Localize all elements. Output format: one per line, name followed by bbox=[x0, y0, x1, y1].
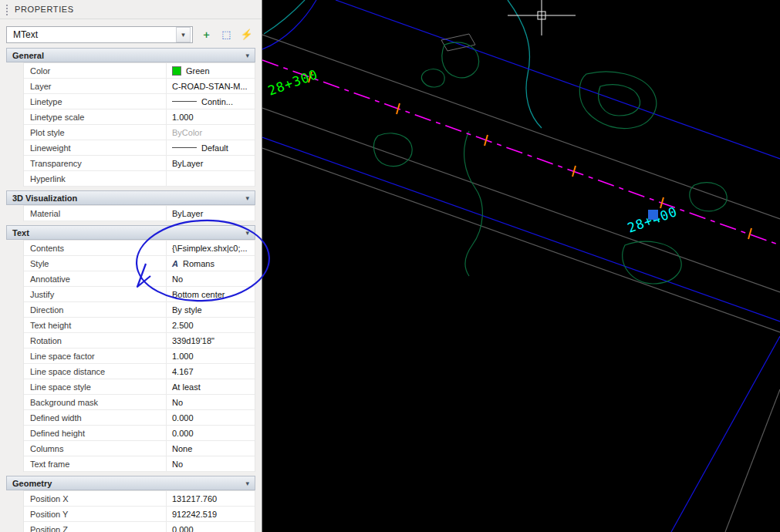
property-value-text: 0.000 bbox=[172, 413, 194, 423]
property-value[interactable]: 4.167 bbox=[167, 364, 255, 379]
property-label: Linetype bbox=[24, 94, 167, 109]
property-value[interactable]: ARomans bbox=[167, 256, 255, 271]
property-label: Defined height bbox=[24, 426, 167, 440]
property-label: Columns bbox=[24, 441, 167, 456]
property-value-text: ByLayer bbox=[172, 209, 203, 218]
property-label: Material bbox=[24, 206, 167, 221]
property-value[interactable]: C-ROAD-STAN-M... bbox=[167, 79, 255, 93]
section-title: General bbox=[12, 51, 44, 60]
property-label: Color bbox=[24, 63, 167, 78]
palette-drag-handle[interactable] bbox=[5, 3, 9, 15]
section-header-general[interactable]: General▾ bbox=[6, 48, 255, 62]
property-value[interactable]: 2.500 bbox=[167, 318, 255, 332]
property-value-text: Contin... bbox=[201, 97, 233, 106]
road-edge-line bbox=[262, 108, 780, 292]
property-label: Rotation bbox=[24, 333, 167, 348]
collapse-icon[interactable]: ▾ bbox=[245, 229, 249, 237]
property-value[interactable] bbox=[167, 171, 255, 186]
property-value[interactable]: 1.000 bbox=[167, 348, 255, 363]
property-row-lineweight: LineweightDefault bbox=[24, 140, 255, 156]
property-row-text-frame: Text frameNo bbox=[24, 456, 255, 472]
property-value-text: Green bbox=[186, 66, 210, 76]
property-value[interactable]: At least bbox=[167, 379, 255, 394]
section-body-3d-visualization: MaterialByLayer bbox=[23, 205, 255, 221]
collapse-icon[interactable]: ▾ bbox=[245, 52, 249, 59]
object-type-dropdown[interactable]: MText ▾ bbox=[6, 26, 193, 43]
property-value[interactable]: 1.000 bbox=[167, 109, 255, 124]
properties-palette: PROPERTIES MText ▾ ＋ ⬚ ⚡ General▾ColorGr… bbox=[0, 0, 262, 532]
property-value-text: C-ROAD-STAN-M... bbox=[172, 82, 248, 91]
property-value[interactable]: {\Fsimplex.shx|c0;... bbox=[167, 241, 255, 255]
collapse-icon[interactable]: ▾ bbox=[245, 194, 249, 202]
section-body-text: Contents{\Fsimplex.shx|c0;...StyleARoman… bbox=[23, 240, 255, 472]
property-row-color: ColorGreen bbox=[24, 63, 255, 79]
property-value[interactable]: 0.000 bbox=[167, 522, 255, 532]
property-label: Text frame bbox=[24, 456, 167, 471]
section-title: Text bbox=[12, 228, 29, 237]
property-row-material: MaterialByLayer bbox=[24, 206, 255, 221]
property-value[interactable]: No bbox=[167, 271, 255, 286]
property-value-text: By style bbox=[172, 305, 202, 315]
property-value[interactable]: 0.000 bbox=[167, 426, 255, 440]
collapse-icon[interactable]: ▾ bbox=[245, 480, 249, 487]
property-value[interactable]: Contin... bbox=[167, 94, 255, 109]
property-value-text: 0.000 bbox=[172, 525, 194, 532]
contour-teal-line bbox=[508, 0, 542, 128]
property-value[interactable]: Green bbox=[167, 63, 255, 78]
property-value[interactable]: None bbox=[167, 441, 255, 456]
contour-line bbox=[579, 72, 656, 129]
selection-grip[interactable] bbox=[648, 210, 658, 220]
property-label: Linetype scale bbox=[24, 109, 167, 124]
cad-viewport[interactable]: 28+300 28+400 bbox=[262, 0, 780, 532]
section-header-3d-visualization[interactable]: 3D Visualization▾ bbox=[6, 190, 255, 205]
property-label: Style bbox=[24, 256, 167, 271]
quick-select-icon[interactable]: ⚡ bbox=[238, 25, 255, 43]
road-edge-line bbox=[262, 148, 780, 332]
palette-titlebar: PROPERTIES bbox=[0, 0, 262, 19]
road-centerline bbox=[262, 60, 780, 245]
dropdown-arrow-icon[interactable]: ▾ bbox=[176, 27, 191, 42]
property-label: Annotative bbox=[24, 271, 167, 286]
section-general: General▾ColorGreenLayerC-ROAD-STAN-M...L… bbox=[6, 48, 255, 187]
parcel-line bbox=[262, 0, 316, 49]
select-objects-icon[interactable]: ⬚ bbox=[218, 25, 235, 43]
property-value[interactable]: 912242.519 bbox=[167, 507, 255, 521]
sections: General▾ColorGreenLayerC-ROAD-STAN-M...L… bbox=[0, 48, 262, 532]
property-label: Text height bbox=[24, 318, 167, 332]
property-row-text-height: Text height2.500 bbox=[24, 318, 255, 333]
property-label: Plot style bbox=[24, 125, 167, 140]
property-value[interactable]: ByLayer bbox=[167, 206, 255, 221]
property-row-justify: JustifyBottom center bbox=[24, 287, 255, 302]
property-value[interactable]: Bottom center bbox=[167, 287, 255, 301]
property-value[interactable]: By style bbox=[167, 302, 255, 317]
property-label: Layer bbox=[24, 79, 167, 93]
section-header-text[interactable]: Text▾ bbox=[6, 225, 255, 240]
property-value-text: 912242.519 bbox=[172, 510, 217, 519]
property-value[interactable]: ByLayer bbox=[167, 156, 255, 170]
property-value-text: No bbox=[172, 274, 183, 284]
drawing-canvas[interactable]: 28+300 28+400 bbox=[262, 0, 780, 532]
section-header-geometry[interactable]: Geometry▾ bbox=[6, 476, 255, 490]
object-selector-row: MText ▾ ＋ ⬚ ⚡ bbox=[0, 19, 262, 48]
property-value[interactable]: 339d19'18" bbox=[167, 333, 255, 348]
contour-line bbox=[421, 69, 444, 87]
property-row-contents: Contents{\Fsimplex.shx|c0;... bbox=[24, 241, 255, 256]
property-value[interactable]: Default bbox=[167, 140, 255, 155]
toggle-pickadd-icon[interactable]: ＋ bbox=[198, 25, 215, 43]
palette-toolbar: ＋ ⬚ ⚡ bbox=[198, 25, 255, 43]
property-value[interactable]: 0.000 bbox=[167, 410, 255, 425]
property-value[interactable]: No bbox=[167, 456, 255, 471]
object-type-value: MText bbox=[13, 29, 38, 40]
property-value-text: No bbox=[172, 460, 183, 469]
property-row-hyperlink: Hyperlink bbox=[24, 171, 255, 187]
property-row-line-space-factor: Line space factor1.000 bbox=[24, 348, 255, 364]
property-value-text: 339d19'18" bbox=[172, 336, 214, 345]
property-value[interactable]: ByColor bbox=[167, 125, 255, 140]
property-value[interactable]: 131217.760 bbox=[167, 491, 255, 506]
section-body-general: ColorGreenLayerC-ROAD-STAN-M...LinetypeC… bbox=[23, 62, 255, 187]
crosshair-cursor bbox=[508, 0, 576, 35]
property-value-text: 0.000 bbox=[172, 429, 194, 438]
property-value[interactable]: No bbox=[167, 395, 255, 409]
property-row-position-y: Position Y912242.519 bbox=[24, 507, 255, 522]
color-swatch bbox=[172, 66, 181, 76]
